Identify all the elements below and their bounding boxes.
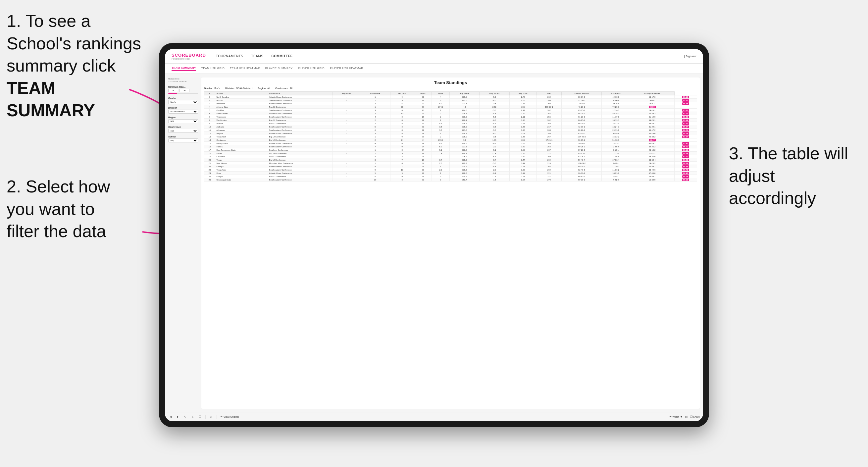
conference-select[interactable]: (All) [168, 129, 198, 133]
th-par: Par [536, 92, 562, 95]
table-row: 14OklahomaBig 12 Conference-2242276.9-5.… [204, 138, 697, 142]
school-select[interactable]: (All) [168, 138, 198, 143]
score-badge: 83.73 [682, 112, 689, 115]
watch-button[interactable]: 👁 Watch ▼ [669, 415, 683, 418]
division-select[interactable]: NCAA Division I [168, 110, 198, 114]
toolbar-right: 👁 Watch ▼ ☷ ❐ Share [669, 415, 700, 418]
score-badge: 83.94 [682, 135, 689, 138]
th-wins: Wins [432, 92, 450, 95]
nav-teams[interactable]: TEAMS [251, 54, 263, 58]
nav-bar: SCOREBOARD Powered by clippi TOURNAMENTS… [165, 49, 703, 64]
th-vs-top50-points: Vs Top 50 Points [630, 92, 674, 95]
subnav-player-h2h-grid[interactable]: PLAYER H2H GRID [298, 67, 324, 70]
score-badge: 82.31 [682, 122, 689, 125]
main-content: Update time: 27/03/2024 16:56:26 Minimum… [165, 74, 703, 412]
table-header-row: # School Conference Reg Rank Conf Rank N… [204, 92, 697, 95]
th-no-tour: No Tour [390, 92, 414, 95]
toolbar-clock[interactable]: ⏱ [208, 415, 214, 419]
table-row: 9ArizonaPac-12 Conference-28234.6276.3-4… [204, 122, 697, 125]
score-badge: 86.14 [682, 162, 689, 165]
th-adj-score: Adj. Score [450, 92, 479, 95]
table-row: 25OregonPac-12 Conference-59210279.5-1.1… [204, 175, 697, 178]
region-display: Region: All [258, 87, 270, 89]
table-filters-row: Gender: Men's Division: NCAA Division I … [204, 87, 697, 89]
toolbar-sep2: | [216, 415, 217, 418]
table-row: 8WashingtonPac-12 Conference-28231276.3-… [204, 119, 697, 122]
th-conference: Conference [268, 92, 332, 95]
division-display: Division: NCAA Division I [225, 87, 252, 89]
score-badge: 80.94 [682, 126, 689, 128]
table-row: 6Florida StateAtlantic Coast Conference-… [204, 112, 697, 115]
table-row: 22GeorgiaSoutheastern Conference-8721127… [204, 165, 697, 168]
score-badge: 83.27 [682, 155, 689, 158]
share-button[interactable]: ❐ Share [690, 415, 700, 418]
subnav-player-h2h-heatmap[interactable]: PLAYER H2H HEATMAP [330, 67, 363, 70]
score-badge: 80.24 [682, 152, 689, 155]
table-row: 2AuburnSoutheastern Conference-19276273.… [204, 99, 697, 102]
score-badge: 80.16 [682, 149, 689, 151]
region-filter: Region N/A [168, 116, 198, 123]
conference-display: Conference: All [275, 87, 292, 89]
region-select[interactable]: N/A [168, 119, 198, 123]
division-filter: Division NCAA Division I [168, 107, 198, 114]
table-row: 19CaliforniaPac-12 Conference-48242278.2… [204, 155, 697, 158]
toolbar-home[interactable]: ⌂ [190, 415, 195, 419]
table-row: 24DukeAtlantic Coast Conference-59271279… [204, 172, 697, 175]
score-badge: 88.18 [682, 175, 689, 178]
toolbar-share2[interactable]: ❐ [197, 415, 203, 419]
table-row: 21New MexicoMountain West Conference-168… [204, 162, 697, 165]
conference-filter: Conference (All) [168, 126, 198, 133]
table-row: 18IllinoisBig Ten Conference-19231.4279.… [204, 152, 697, 155]
nav-tournaments[interactable]: TOURNAMENTS [216, 54, 243, 58]
toolbar-sep1: | [205, 415, 206, 418]
table-row: 1North CarolinaAtlantic Coast Conference… [204, 95, 697, 99]
toolbar-reload[interactable]: ↻ [183, 415, 188, 419]
min-to-input[interactable] [180, 89, 189, 92]
subnav-team-summary[interactable]: TEAM SUMMARY [172, 66, 196, 71]
table-row: 4Arizona StatePac-12 Conference-1264.027… [204, 105, 697, 108]
conference-display-value: All [290, 87, 292, 89]
sign-out-button[interactable]: | Sign out [684, 55, 696, 58]
instruction-step2: 2. Select how you want to filter the dat… [7, 176, 110, 243]
gender-select[interactable]: Men's [168, 100, 198, 104]
score-badge: 88.42 [682, 168, 689, 171]
table-row: 26Mississippi StateSoutheastern Conferen… [204, 178, 697, 182]
th-rank: # [204, 92, 215, 95]
table-row: 17East Tennessee StateSouthern Conferenc… [204, 148, 697, 152]
score-badge: 85.02 [682, 146, 689, 148]
nav-committee[interactable]: COMMITTEE [271, 54, 293, 58]
toolbar-back[interactable]: ◀ [168, 415, 173, 419]
table-title: Team Standings [204, 80, 697, 85]
subnav-team-h2h-heatmap[interactable]: TEAM H2H HEATMAP [230, 67, 260, 70]
division-filter-label: Division [168, 107, 198, 109]
th-reg-rank: Reg Rank [332, 92, 360, 95]
division-display-value: NCAA Division I [236, 87, 252, 89]
th-conf-rank: Conf Rank [360, 92, 390, 95]
gender-display: Gender: Men's [204, 87, 220, 89]
region-display-label: Region: [258, 87, 266, 89]
score-badge: 85.27 [682, 109, 689, 112]
logo: SCOREBOARD Powered by clippi [172, 53, 206, 60]
range-bar [168, 93, 198, 94]
score-badge: 82.98 [682, 172, 689, 175]
filters-panel: Update time: 27/03/2024 16:56:26 Minimum… [168, 77, 198, 409]
min-from-input[interactable] [168, 89, 178, 92]
score-badge: 89.11 [682, 96, 689, 98]
gender-filter: Gender Men's [168, 97, 198, 104]
toolbar-grid[interactable]: ☷ [685, 415, 687, 418]
table-row: 23Texas A&MSoutheastern Conference-91030… [204, 168, 697, 172]
subnav-player-summary[interactable]: PLAYER SUMMARY [265, 67, 293, 70]
view-original-button[interactable]: 👁 View: Original [220, 415, 239, 418]
minimum-rounds-filter: Minimum Rou... [168, 86, 198, 94]
table-row: 10AlabamaSoutheastern Conference-58233.6… [204, 125, 697, 128]
table-row: 15Georgia TechAtlantic Coast Conference-… [204, 142, 697, 145]
table-row: 5Ole MissSoutheastern Conference-3618127… [204, 108, 697, 112]
standings-table: # School Conference Reg Rank Conf Rank N… [204, 91, 697, 182]
subnav-team-h2h-grid[interactable]: TEAM H2H GRID [202, 67, 225, 70]
school-filter-label: School [168, 135, 198, 138]
score-badge: 85.98 [649, 106, 656, 108]
tablet-frame: SCOREBOARD Powered by clippi TOURNAMENTS… [159, 43, 709, 427]
score-badge: 80.71 [682, 129, 689, 131]
toolbar-forward[interactable]: ▶ [176, 415, 180, 419]
conference-display-label: Conference: [275, 87, 289, 89]
